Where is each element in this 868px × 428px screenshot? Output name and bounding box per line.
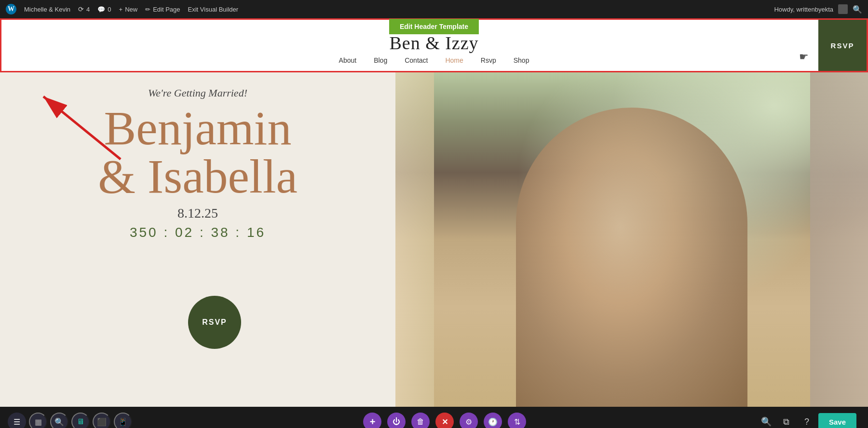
zoom-button[interactable]: 🔍 — [758, 413, 775, 428]
device-toolbar: ☰ ▦ 🔍 🖥 ⬛ 📱 — [8, 413, 132, 428]
comments-button[interactable]: 💬 0 — [97, 6, 111, 13]
gear-icon: ⚙ — [465, 417, 472, 427]
main-content: We're Getting Married! Benjamin & Isabel… — [0, 72, 868, 407]
nav-about[interactable]: About — [339, 56, 357, 64]
site-title: Ben & Izzy — [389, 32, 478, 54]
bride-groom-name1: Benjamin — [104, 101, 292, 155]
close-icon: ✕ — [442, 417, 448, 427]
comment-count: 0 — [108, 6, 111, 13]
wall-right — [810, 72, 868, 407]
admin-bar: W Michelle & Kevin ⟳ 4 💬 0 + New ✏ Edit … — [0, 0, 868, 18]
desktop-view-button[interactable]: 🖥 — [71, 413, 90, 428]
site-name[interactable]: Michelle & Kevin — [24, 6, 70, 13]
help-button[interactable]: ? — [798, 413, 815, 428]
nav-shop[interactable]: Shop — [514, 56, 529, 64]
layers-button[interactable]: ⧉ — [778, 413, 795, 428]
countdown-timer: 350 : 02 : 38 : 16 — [130, 225, 266, 240]
plus-icon: + — [119, 6, 123, 13]
admin-avatar[interactable] — [838, 4, 848, 14]
couple-silhouette — [516, 108, 747, 407]
right-toolbar: 🔍 ⧉ ? Save — [758, 413, 860, 428]
site-navigation: About Blog Contact Home Rsvp Shop — [339, 56, 529, 64]
settings-button[interactable]: ⚙ — [460, 413, 478, 428]
site-header: Edit Header Template Ben & Izzy About Bl… — [0, 18, 868, 72]
nav-home[interactable]: Home — [445, 56, 463, 64]
layout-button[interactable]: ▦ — [29, 413, 47, 428]
couple-name: Benjamin & Isabella — [98, 104, 298, 201]
getting-married-text: We're Getting Married! — [148, 87, 247, 99]
desktop-icon: 🖥 — [77, 417, 84, 426]
mobile-view-button[interactable]: 📱 — [114, 413, 132, 428]
sync-count: 4 — [86, 6, 90, 13]
delete-button[interactable]: 🗑 — [411, 413, 430, 428]
close-button[interactable]: ✕ — [435, 413, 454, 428]
search-builder-icon: 🔍 — [54, 417, 64, 427]
save-button[interactable]: Save — [818, 413, 856, 428]
menu-button[interactable]: ☰ — [8, 413, 26, 428]
edit-page-button[interactable]: ✏ Edit Page — [145, 6, 180, 13]
edit-page-label: Edit Page — [153, 6, 180, 13]
right-panel-photo — [395, 72, 868, 407]
exit-builder-button[interactable]: Exit Visual Builder — [188, 6, 239, 13]
zoom-icon: 🔍 — [761, 416, 772, 427]
menu-icon: ☰ — [14, 417, 20, 427]
tablet-icon: ⬛ — [97, 417, 107, 427]
search-builder-button[interactable]: 🔍 — [50, 413, 68, 428]
adjust-button[interactable]: ⇅ — [508, 413, 526, 428]
wall-left — [395, 72, 434, 407]
sync-icon: ⟳ — [78, 5, 84, 13]
howdy-text: Howdy, writtenbyekta — [774, 6, 833, 13]
sync-button[interactable]: ⟳ 4 — [78, 5, 90, 13]
admin-bar-right: Howdy, writtenbyekta 🔍 — [774, 4, 862, 14]
pencil-icon: ✏ — [145, 6, 150, 13]
nav-blog[interactable]: Blog — [374, 56, 387, 64]
left-panel: We're Getting Married! Benjamin & Isabel… — [0, 72, 395, 407]
wordpress-icon[interactable]: W — [6, 4, 16, 14]
layers-icon: ⧉ — [783, 417, 789, 427]
cursor-pointer-icon: ☛ — [799, 51, 809, 63]
search-icon[interactable]: 🔍 — [853, 5, 862, 14]
help-icon: ? — [804, 417, 809, 427]
adjust-icon: ⇅ — [514, 417, 520, 427]
plus-icon: + — [370, 416, 376, 428]
bottom-toolbar: ☰ ▦ 🔍 🖥 ⬛ 📱 + ⏻ 🗑 ✕ ⚙ — [0, 407, 868, 428]
trash-icon: 🗑 — [417, 417, 424, 426]
nav-rsvp[interactable]: Rsvp — [481, 56, 496, 64]
mobile-icon: 📱 — [118, 417, 128, 427]
layout-icon: ▦ — [35, 417, 42, 427]
new-label: New — [125, 6, 137, 13]
center-toolbar: + ⏻ 🗑 ✕ ⚙ 🕐 ⇅ — [136, 413, 754, 428]
bride-groom-name2: & Isabella — [98, 150, 298, 203]
toggle-visibility-button[interactable]: ⏻ — [387, 413, 406, 428]
site-name-label: Michelle & Kevin — [24, 6, 70, 13]
clock-icon: 🕐 — [488, 417, 498, 427]
nav-contact[interactable]: Contact — [405, 56, 428, 64]
rsvp-circle-button[interactable]: RSVP — [188, 296, 241, 349]
exit-builder-label: Exit Visual Builder — [188, 6, 239, 13]
comment-icon: 💬 — [97, 6, 105, 13]
history-button[interactable]: 🕐 — [484, 413, 502, 428]
power-icon: ⏻ — [393, 417, 400, 426]
edit-header-button[interactable]: Edit Header Template — [389, 19, 479, 34]
new-button[interactable]: + New — [119, 6, 138, 13]
add-module-button[interactable]: + — [363, 413, 381, 428]
wedding-date: 8.12.25 — [177, 206, 218, 221]
tablet-view-button[interactable]: ⬛ — [93, 413, 111, 428]
rsvp-header-button[interactable]: RSVP — [818, 20, 867, 71]
